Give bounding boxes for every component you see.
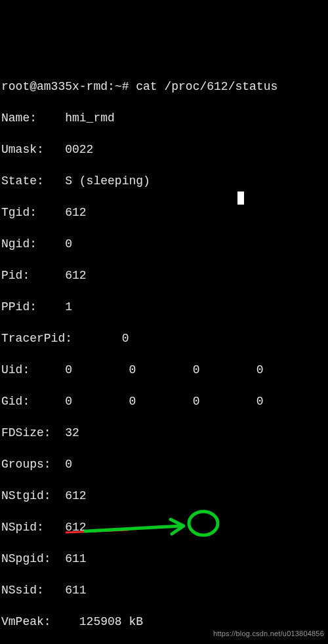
line-gid: Gid: 0 0 0 0 bbox=[1, 393, 327, 409]
line-uid: Uid: 0 0 0 0 bbox=[1, 362, 327, 378]
line-umask: Umask: 0022 bbox=[1, 142, 327, 157]
line-nspid: NSpid: 612 bbox=[1, 519, 327, 535]
line-tracerpid: TracerPid: 0 bbox=[1, 331, 327, 346]
prompt-line: root@am335x-rmd:~# cat /proc/612/status bbox=[1, 79, 327, 94]
line-tgid: Tgid: 612 bbox=[1, 205, 327, 220]
line-nspgid: NSpgid: 611 bbox=[1, 551, 327, 567]
watermark-text: https://blog.csdn.net/u013804856 bbox=[213, 626, 324, 641]
terminal-cursor bbox=[237, 191, 244, 205]
line-state: State: S (sleeping) bbox=[1, 173, 327, 189]
line-nstgid: NStgid: 612 bbox=[1, 488, 327, 504]
terminal-output: root@am335x-rmd:~# cat /proc/612/status … bbox=[0, 63, 328, 644]
line-ppid: PPid: 1 bbox=[1, 299, 327, 315]
line-fdsize: FDSize: 32 bbox=[1, 425, 327, 441]
line-groups: Groups: 0 bbox=[1, 456, 327, 472]
line-ngid: Ngid: 0 bbox=[1, 236, 327, 252]
line-pid: Pid: 612 bbox=[1, 268, 327, 283]
line-nssid: NSsid: 611 bbox=[1, 582, 327, 598]
line-name: Name: hmi_rmd bbox=[1, 110, 327, 126]
